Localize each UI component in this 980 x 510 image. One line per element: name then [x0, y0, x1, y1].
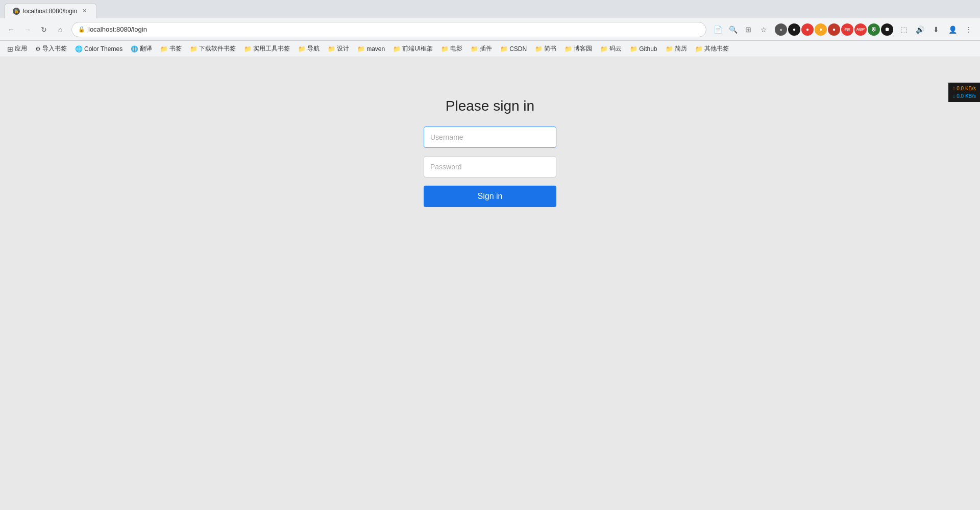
tab-close-button[interactable]: ✕: [80, 7, 88, 15]
bookmark-design[interactable]: 📁 设计: [325, 43, 352, 55]
menu-button[interactable]: ⋮: [962, 22, 976, 37]
bookmark-github-label: Github: [639, 45, 657, 53]
username-input[interactable]: [424, 126, 556, 148]
folder-icon-other: 📁: [695, 45, 703, 53]
folder-icon-jianshu: 📁: [535, 45, 543, 53]
bookmark-movies-label: 电影: [450, 44, 462, 53]
browser-frame: 🔒 localhost:8080/login ✕ ← → ↻ ⌂ 🔒 local…: [0, 0, 980, 465]
folder-icon-tools: 📁: [244, 45, 252, 53]
address-bar[interactable]: 🔒 localhost:8080/login: [71, 22, 706, 37]
bookmark-download[interactable]: 📁 下载软件书签: [187, 43, 239, 55]
upload-speed: ↑ 0.0 KB/s: [952, 85, 976, 92]
refresh-button[interactable]: ↻: [37, 22, 51, 37]
folder-icon-bookmark: 📁: [160, 45, 168, 53]
lock-icon: 🔒: [78, 26, 85, 33]
forward-button[interactable]: →: [20, 22, 35, 37]
bookmark-download-label: 下载软件书签: [199, 44, 236, 53]
page-content: Please sign in Sign in: [0, 57, 980, 465]
bookmark-nav[interactable]: 📁 导航: [295, 43, 323, 55]
bookmark-nav-label: 导航: [307, 44, 320, 53]
home-button[interactable]: ⌂: [53, 22, 67, 37]
bookmark-codeyun-label: 码云: [609, 44, 622, 53]
ext-filter-icon[interactable]: ⬦: [775, 23, 787, 36]
login-form: Please sign in Sign in: [424, 98, 556, 207]
bookmark-ui-framework-label: 前端UI框架: [402, 44, 433, 53]
ext-darkred-icon[interactable]: ●: [828, 23, 840, 36]
bookmark-import-label: 导入书签: [42, 44, 67, 53]
tab-favicon: 🔒: [13, 8, 20, 15]
bookmark-maven[interactable]: 📁 maven: [354, 43, 388, 55]
folder-icon-nav: 📁: [298, 45, 306, 53]
ext-fe-icon[interactable]: FE: [841, 23, 853, 36]
bookmark-resume[interactable]: 📁 简历: [663, 43, 690, 55]
sign-in-button[interactable]: Sign in: [424, 186, 556, 207]
bookmark-tools[interactable]: 📁 实用工具书签: [241, 43, 293, 55]
globe-icon-translate: 🌐: [131, 45, 138, 53]
screen-capture-button[interactable]: ⬚: [896, 22, 911, 37]
active-tab[interactable]: 🔒 localhost:8080/login ✕: [4, 3, 97, 18]
bookmark-apps[interactable]: ⊞ 应用: [4, 43, 30, 55]
toolbar-icons: 📄 🔍 ⊞ ☆: [710, 22, 771, 37]
bookmark-design-label: 设计: [337, 44, 349, 53]
ext-record-icon[interactable]: ⏺: [881, 23, 893, 36]
extension-icons: ⬦ ● ● ● ● FE ABP ⛨ ⏺: [775, 23, 893, 36]
bookmark-codeyun[interactable]: 📁 码云: [597, 43, 625, 55]
tab-title: localhost:8080/login: [23, 8, 77, 15]
folder-icon-download: 📁: [190, 45, 198, 53]
bookmark-bookmark[interactable]: 📁 书签: [157, 43, 185, 55]
bookmark-color-themes[interactable]: 🌐 Color Themes: [72, 43, 126, 55]
bookmark-jianshu-label: 简书: [544, 44, 556, 53]
bookmark-star-button[interactable]: ☆: [756, 22, 771, 37]
bookmark-movies[interactable]: 📁 电影: [438, 43, 465, 55]
folder-icon-blog: 📁: [565, 45, 572, 53]
bookmark-translate-label: 翻译: [140, 44, 152, 53]
audio-button[interactable]: 🔊: [913, 22, 927, 37]
bookmark-other-label: 其他书签: [704, 44, 729, 53]
folder-icon-github: 📁: [630, 45, 638, 53]
speed-monitor: ↑ 0.0 KB/s ↓ 0.0 KB/s: [948, 83, 980, 102]
tab-bar: 🔒 localhost:8080/login ✕: [0, 0, 980, 18]
bookmark-plugins-label: 插件: [480, 44, 492, 53]
bookmark-bookmark-label: 书签: [169, 44, 182, 53]
qr-code-button[interactable]: ⊞: [741, 22, 755, 37]
bookmark-ui-framework[interactable]: 📁 前端UI框架: [390, 43, 436, 55]
bookmark-blog-label: 博客园: [574, 44, 592, 53]
folder-icon-maven: 📁: [357, 45, 365, 53]
ext-shield-icon[interactable]: ⛨: [868, 23, 880, 36]
password-input[interactable]: [424, 156, 556, 177]
ext-red-icon[interactable]: ●: [801, 23, 814, 36]
folder-icon-movies: 📁: [441, 45, 449, 53]
search-button[interactable]: 🔍: [726, 22, 740, 37]
bookmark-import[interactable]: ⚙ 导入书签: [32, 43, 70, 55]
folder-icon-codeyun: 📁: [600, 45, 608, 53]
bookmark-jianshu[interactable]: 📁 简书: [532, 43, 559, 55]
bookmark-plugins[interactable]: 📁 插件: [468, 43, 495, 55]
bookmark-csdn[interactable]: 📁 CSDN: [497, 43, 530, 55]
back-button[interactable]: ←: [4, 22, 18, 37]
profile-button[interactable]: 👤: [945, 22, 960, 37]
ext-dark-icon[interactable]: ●: [788, 23, 800, 36]
bookmark-other[interactable]: 📁 其他书签: [692, 43, 732, 55]
bookmarks-bar: ⊞ 应用 ⚙ 导入书签 🌐 Color Themes 🌐 翻译 📁 书签 📁 下…: [0, 41, 980, 57]
download-speed: ↓ 0.0 KB/s: [952, 92, 976, 100]
bookmark-resume-label: 简历: [675, 44, 687, 53]
globe-icon-color-themes: 🌐: [75, 45, 83, 53]
address-text: localhost:8080/login: [88, 26, 700, 33]
folder-icon-resume: 📁: [666, 45, 673, 53]
bookmark-apps-label: 应用: [15, 44, 27, 53]
apps-grid-icon: ⊞: [7, 45, 13, 53]
folder-icon-ui-framework: 📁: [393, 45, 401, 53]
ext-abp-icon[interactable]: ABP: [854, 23, 867, 36]
ext-yellow-icon[interactable]: ●: [815, 23, 827, 36]
bookmark-color-themes-label: Color Themes: [84, 45, 122, 53]
bookmark-blog[interactable]: 📁 博客园: [561, 43, 595, 55]
download-button[interactable]: ⬇: [929, 22, 943, 37]
folder-icon-design: 📁: [328, 45, 335, 53]
bookmark-translate[interactable]: 🌐 翻译: [128, 43, 155, 55]
bookmark-tools-label: 实用工具书签: [253, 44, 290, 53]
folder-icon-plugins: 📁: [471, 45, 478, 53]
reader-view-button[interactable]: 📄: [710, 22, 725, 37]
bookmark-github[interactable]: 📁 Github: [627, 43, 660, 55]
toolbar: ← → ↻ ⌂ 🔒 localhost:8080/login 📄 🔍 ⊞ ☆ ⬦…: [0, 18, 980, 41]
bookmark-csdn-label: CSDN: [509, 45, 527, 53]
